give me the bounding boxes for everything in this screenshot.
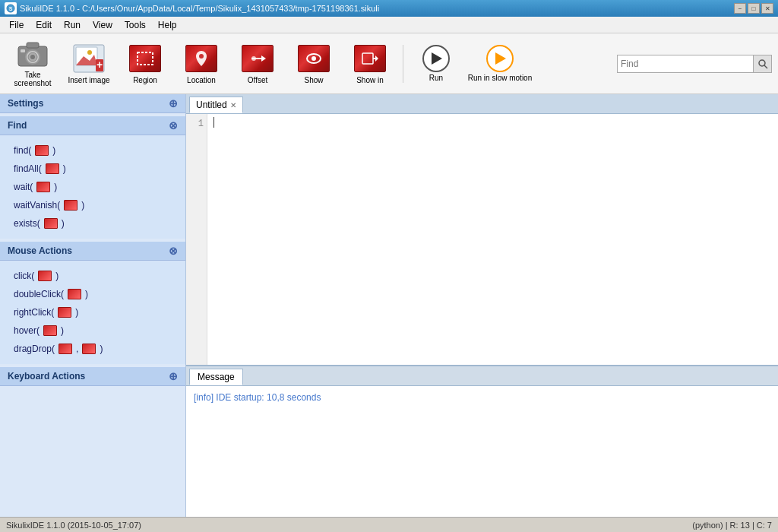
wait-img-icon xyxy=(36,182,50,192)
run-button[interactable]: Run xyxy=(410,37,463,90)
rightclick-img-icon xyxy=(58,307,71,318)
right-panel: Untitled ✕ 1 Message [info] IDE startup:… xyxy=(186,94,778,517)
maximize-button[interactable]: □ xyxy=(748,3,760,14)
sidebar-item-exists[interactable]: exists( ) xyxy=(11,214,175,233)
sidebar-item-wait[interactable]: wait( ) xyxy=(11,178,175,196)
offset-icon xyxy=(242,43,274,74)
line-numbers: 1 xyxy=(186,114,207,365)
find-box-container xyxy=(617,55,772,73)
find-header[interactable]: Find ⊗ xyxy=(0,116,185,135)
sidebar: Settings ⊕ Find ⊗ find( ) findAll( ) wai… xyxy=(0,94,186,517)
sidebar-item-find[interactable]: find( ) xyxy=(11,141,175,160)
run-icon xyxy=(422,45,450,72)
svg-text:+: + xyxy=(96,59,103,71)
menu-file[interactable]: File xyxy=(3,18,30,32)
status-bar: SikulixIDE 1.1.0 (2015-10-05_17:07) (pyt… xyxy=(0,517,778,532)
editor-tab-untitled[interactable]: Untitled ✕ xyxy=(189,97,243,113)
sidebar-item-doubleclick[interactable]: doubleClick( ) xyxy=(11,285,175,303)
find-img-icon xyxy=(35,145,49,156)
minimize-button[interactable]: − xyxy=(734,3,746,14)
menu-help[interactable]: Help xyxy=(152,18,183,32)
keyboard-actions-label: Keyboard Actions xyxy=(8,371,85,382)
run-slow-icon xyxy=(486,45,514,72)
show-button[interactable]: Show xyxy=(287,37,340,90)
editor-tab-label: Untitled xyxy=(196,100,227,110)
keyboard-collapse-icon: ⊕ xyxy=(169,370,178,382)
mouse-actions-content: click( ) doubleClick( ) rightClick( ) ho… xyxy=(0,261,185,364)
mouse-actions-header[interactable]: Mouse Actions ⊗ xyxy=(0,242,185,261)
dragdrop-img1-icon xyxy=(59,344,72,354)
sidebar-item-click[interactable]: click( ) xyxy=(11,267,175,285)
find-button[interactable] xyxy=(754,55,772,73)
cursor xyxy=(213,117,214,128)
location-button[interactable]: Location xyxy=(175,37,228,90)
main-content: Settings ⊕ Find ⊗ find( ) findAll( ) wai… xyxy=(0,94,778,517)
close-button[interactable]: ✕ xyxy=(761,3,773,14)
mouse-actions-section: Mouse Actions ⊗ click( ) doubleClick( ) … xyxy=(0,242,185,364)
location-label: Location xyxy=(187,76,216,84)
offset-button[interactable]: Offset xyxy=(231,37,284,90)
sidebar-item-dragdrop[interactable]: dragDrop( , ) xyxy=(11,340,175,358)
find-section: Find ⊗ find( ) findAll( ) wait( ) waitVa… xyxy=(0,116,185,239)
menu-run[interactable]: Run xyxy=(58,18,87,32)
settings-section: Settings ⊕ xyxy=(0,94,185,113)
message-tabs: Message xyxy=(186,366,778,386)
region-label: Region xyxy=(133,76,157,84)
app-icon: S xyxy=(5,2,17,14)
svg-line-25 xyxy=(764,65,767,68)
svg-rect-14 xyxy=(138,52,153,65)
status-left: SikulixIDE 1.1.0 (2015-10-05_17:07) xyxy=(6,521,141,530)
settings-collapse-icon: ⊕ xyxy=(169,97,178,109)
window-controls: − □ ✕ xyxy=(734,3,773,14)
region-icon xyxy=(129,43,161,74)
svg-point-24 xyxy=(759,60,765,66)
toolbar-separator xyxy=(403,45,403,83)
svg-rect-7 xyxy=(21,49,25,52)
sidebar-item-hover[interactable]: hover( ) xyxy=(11,321,175,340)
toolbar: Take screenshot + Insert image Region xyxy=(0,33,778,94)
mouse-actions-label: Mouse Actions xyxy=(8,245,72,256)
code-editor[interactable]: 1 xyxy=(186,114,778,365)
settings-header[interactable]: Settings ⊕ xyxy=(0,94,185,113)
doubleclick-img-icon xyxy=(68,289,81,299)
menu-edit[interactable]: Edit xyxy=(30,18,58,32)
message-panel: Message [info] IDE startup: 10,8 seconds xyxy=(186,365,778,517)
editor-tab-close[interactable]: ✕ xyxy=(230,101,236,109)
window-title: SikuliIDE 1.1.0 - C:/Users/Onur/AppData/… xyxy=(20,4,379,13)
camera-icon xyxy=(17,40,49,69)
take-screenshot-label: Take screenshot xyxy=(8,71,58,87)
show-in-icon xyxy=(354,43,386,74)
menu-bar: File Edit Run View Tools Help xyxy=(0,17,778,33)
code-area[interactable] xyxy=(207,114,778,365)
svg-point-11 xyxy=(87,50,92,55)
message-content: [info] IDE startup: 10,8 seconds xyxy=(186,386,778,517)
show-in-button[interactable]: Show in xyxy=(343,37,397,90)
status-right: (python) | R: 13 | C: 7 xyxy=(692,521,772,530)
menu-view[interactable]: View xyxy=(87,18,119,32)
line-number-1: 1 xyxy=(189,117,204,131)
mouse-collapse-icon: ⊗ xyxy=(169,245,178,257)
title-bar: S SikuliIDE 1.1.0 - C:/Users/Onur/AppDat… xyxy=(0,0,778,17)
show-icon xyxy=(298,43,330,74)
svg-marker-23 xyxy=(375,55,378,62)
svg-marker-17 xyxy=(261,55,266,62)
take-screenshot-button[interactable]: Take screenshot xyxy=(6,37,59,90)
sidebar-item-findall[interactable]: findAll( ) xyxy=(11,160,175,178)
menu-tools[interactable]: Tools xyxy=(119,18,152,32)
find-collapse-icon: ⊗ xyxy=(169,119,178,131)
region-button[interactable]: Region xyxy=(119,37,172,90)
find-input[interactable] xyxy=(617,55,754,73)
findall-img-icon xyxy=(46,163,59,174)
sidebar-item-waitvanish[interactable]: waitVanish( ) xyxy=(11,196,175,214)
insert-image-button[interactable]: + Insert image xyxy=(62,37,115,90)
offset-label: Offset xyxy=(248,76,268,84)
click-img-icon xyxy=(38,271,52,281)
editor-tabs: Untitled ✕ xyxy=(186,94,778,114)
run-slow-button[interactable]: Run in slow motion xyxy=(466,37,534,90)
keyboard-actions-header[interactable]: Keyboard Actions ⊕ xyxy=(0,367,185,386)
insert-image-label: Insert image xyxy=(68,76,109,84)
message-tab[interactable]: Message xyxy=(189,369,243,385)
insert-image-icon: + xyxy=(73,43,105,74)
sidebar-item-rightclick[interactable]: rightClick( ) xyxy=(11,303,175,321)
svg-rect-3 xyxy=(27,43,39,48)
